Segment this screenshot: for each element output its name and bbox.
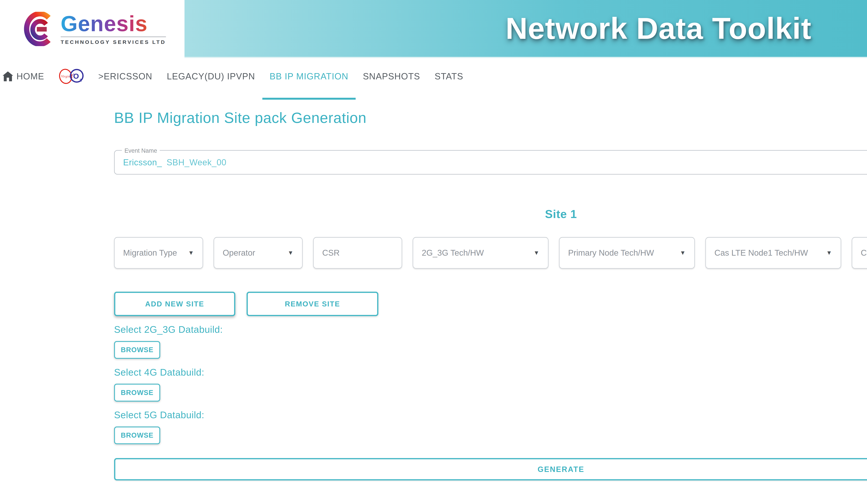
caret-down-icon: ▼: [188, 249, 194, 256]
caret-down-icon: ▼: [288, 249, 293, 256]
nav-stats[interactable]: STATS: [427, 71, 471, 81]
databuild-4g-label: Select 4G Databuild:: [114, 367, 867, 378]
logo-subtitle-text: TECHNOLOGY SERVICES LTD: [61, 36, 166, 45]
browse-4g-button[interactable]: BROWSE: [114, 384, 160, 402]
csr-input[interactable]: CSR: [313, 237, 402, 269]
logo-brand-text: Genesis: [61, 13, 166, 34]
2g-3g-tech-hw-label: 2G_3G Tech/HW: [422, 248, 484, 258]
nav-home-label: HOME: [17, 71, 44, 81]
site-actions-row: ADD NEW SITE REMOVE SITE: [114, 292, 867, 316]
event-name-value: Ericsson_SBH_Week_00: [123, 157, 226, 167]
banner: Network Data Toolkit: [184, 0, 867, 58]
event-name-value-suffix: SBH_Week_00: [167, 157, 226, 167]
nav-ericsson[interactable]: >ERICSSON: [91, 71, 160, 81]
genesis-logo-icon: [22, 12, 53, 46]
event-name-field[interactable]: Event Name Ericsson_SBH_Week_00: [114, 150, 867, 175]
nav-vmo2-logo[interactable]: Virgin O 2: [52, 68, 91, 85]
header: Genesis TECHNOLOGY SERVICES LTD Network …: [0, 0, 867, 58]
site-fields-row: Migration Type ▼ Operator ▼ CSR 2G_3G Te…: [114, 237, 867, 269]
databuild-2g3g-label: Select 2G_3G Databuild:: [114, 324, 867, 335]
migration-type-label: Migration Type: [123, 248, 177, 258]
migration-type-select[interactable]: Migration Type ▼: [114, 237, 203, 269]
page-title: BB IP Migration Site pack Generation: [114, 109, 867, 127]
virgin-text: Virgin: [61, 75, 70, 78]
cas-lte-node1-tech-hw-label: Cas LTE Node1 Tech/HW: [714, 248, 808, 258]
home-icon: [3, 72, 13, 81]
caret-down-icon: ▼: [680, 249, 686, 256]
main-content: BB IP Migration Site pack Generation Eve…: [114, 109, 867, 500]
nav-legacy-du-ipvpn[interactable]: LEGACY(DU) IPVPN: [160, 71, 263, 81]
databuild-4g-section: Select 4G Databuild: BROWSE: [114, 367, 867, 402]
databuild-5g-section: Select 5G Databuild: BROWSE: [114, 409, 867, 444]
nav-snapshots[interactable]: SNAPSHOTS: [356, 71, 427, 81]
csr-placeholder: CSR: [322, 248, 340, 258]
primary-node-tech-hw-label: Primary Node Tech/HW: [568, 248, 654, 258]
genesis-logo[interactable]: Genesis TECHNOLOGY SERVICES LTD: [0, 0, 184, 58]
primary-node-tech-hw-select[interactable]: Primary Node Tech/HW ▼: [559, 237, 695, 269]
nav-bb-ip-migration[interactable]: BB IP MIGRATION: [263, 71, 356, 81]
event-name-value-prefix: Ericsson_: [123, 157, 162, 167]
event-name-label: Event Name: [122, 147, 160, 154]
operator-label: Operator: [223, 248, 255, 258]
cas-lte-node1-tech-hw-select[interactable]: Cas LTE Node1 Tech/HW ▼: [705, 237, 841, 269]
cas-nr-node2-tech-hw-label: Cas NR Node2 Tech/HW: [861, 248, 867, 258]
logo-text: Genesis TECHNOLOGY SERVICES LTD: [61, 13, 166, 45]
databuild-2g3g-section: Select 2G_3G Databuild: BROWSE: [114, 324, 867, 359]
app-title: Network Data Toolkit: [506, 11, 812, 46]
browse-5g-button[interactable]: BROWSE: [114, 427, 160, 445]
remove-site-button[interactable]: REMOVE SITE: [247, 292, 378, 316]
app-root: Genesis TECHNOLOGY SERVICES LTD Network …: [0, 0, 867, 500]
browse-2g3g-button[interactable]: BROWSE: [114, 341, 160, 359]
caret-down-icon: ▼: [826, 249, 832, 256]
nav-home[interactable]: HOME: [3, 71, 52, 81]
caret-down-icon: ▼: [534, 249, 539, 256]
main-nav: HOME Virgin O 2 >ERICSSON LEGACY(DU) IPV…: [0, 58, 867, 95]
generate-button[interactable]: GENERATE: [114, 458, 867, 480]
site-heading: Site 1: [114, 207, 867, 221]
2g-3g-tech-hw-select[interactable]: 2G_3G Tech/HW ▼: [413, 237, 548, 269]
operator-select[interactable]: Operator ▼: [214, 237, 302, 269]
databuild-5g-label: Select 5G Databuild:: [114, 409, 867, 420]
vmo2-logo-icon: Virgin O 2: [59, 68, 84, 85]
o2-two-text: 2: [79, 78, 82, 83]
o2-o-text: O: [73, 72, 79, 80]
add-new-site-button[interactable]: ADD NEW SITE: [114, 292, 235, 316]
cas-nr-node2-tech-hw-select[interactable]: Cas NR Node2 Tech/HW ▼: [852, 237, 867, 269]
